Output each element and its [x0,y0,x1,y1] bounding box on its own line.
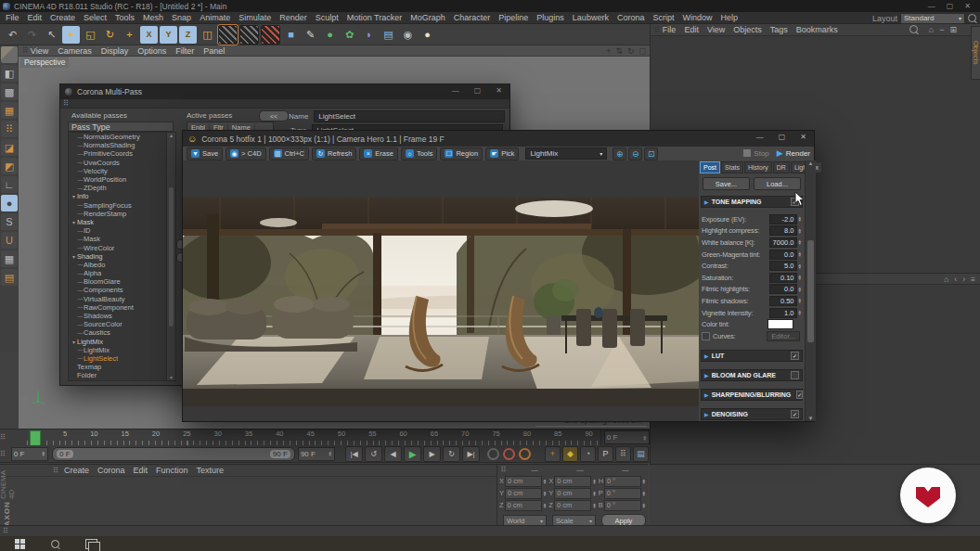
maximize-button[interactable]: ▢ [779,133,786,141]
record-position-icon[interactable] [503,448,515,460]
section-checkbox[interactable] [791,371,799,379]
tree-toggle-icon[interactable]: — [77,135,84,140]
tree-toggle-icon[interactable]: — [77,186,84,191]
field-value-input[interactable]: 0.0 [769,284,797,294]
menu-item[interactable]: Panel [203,46,225,56]
copy-button[interactable]: ▥Ctrl+C [269,147,309,160]
tree-toggle-icon[interactable]: — [77,314,84,319]
tools-button[interactable]: ☼Tools [401,147,438,160]
keyframe-selection-button[interactable]: ⠿ [615,446,631,462]
current-frame-field[interactable]: 0 F▲▼ [604,430,650,444]
dolly-view-icon[interactable]: ⇅ [615,46,623,56]
pass-item[interactable]: — ID [69,226,167,235]
stepper[interactable]: ▲▼ [798,251,802,257]
menu-item[interactable]: Snap [172,13,191,22]
tree-toggle-icon[interactable]: — [77,296,84,301]
tone-mapping-checkbox[interactable] [791,198,799,206]
add-deformer-icon[interactable]: ◗ [360,26,378,44]
history-back-icon[interactable]: ‹ [954,275,957,284]
pass-item[interactable]: — ZDepth [69,184,167,192]
section-checkbox[interactable] [791,410,799,418]
tree-toggle-icon[interactable]: — [77,151,84,157]
tree-toggle-icon[interactable]: ▾ [71,219,77,225]
add-camera-icon[interactable]: ◉ [399,26,417,44]
coord-value-field[interactable]: 0 ° [604,500,641,511]
maximize-button[interactable]: ▢ [947,2,954,10]
vfb-canvas[interactable] [183,160,699,421]
record-key-button[interactable]: ◆ [562,446,578,462]
scene-thumbnail[interactable] [1,46,18,63]
model-mode-icon[interactable]: ▩ [1,83,18,100]
expand-icon[interactable]: ⊞ [949,25,957,34]
goto-end-button[interactable]: ▶| [462,446,480,462]
menu-item[interactable]: Mesh [143,13,163,22]
add-generator-icon[interactable]: ● [321,26,339,44]
grip-icon[interactable]: ⠿ [654,26,659,34]
pan-view-icon[interactable]: + [606,46,611,56]
scroll-down-icon[interactable]: ▼ [169,375,174,380]
tree-toggle-icon[interactable]: — [77,168,84,173]
task-view-icon[interactable] [85,539,97,549]
render-button[interactable]: ▶Render [777,148,810,158]
magnet-snap-icon[interactable]: U [1,232,18,249]
menu-item[interactable]: Corona [97,466,125,475]
stepper[interactable]: ▲▼ [798,239,802,245]
pass-item[interactable]: ▾ Info [69,192,167,200]
viewport-solo-icon[interactable]: ● [1,195,18,211]
add-environment-icon[interactable]: ▤ [380,26,397,44]
pass-type-header[interactable]: Pass Type [68,122,174,132]
pass-item[interactable]: ▾ Mask [69,218,167,226]
history-fwd-icon[interactable]: › [962,275,965,284]
menu-item[interactable]: Texture [197,466,225,475]
menu-item[interactable]: MoGraph [410,13,445,22]
multipass-title-bar[interactable]: Corona Multi-Pass — ▢ ✕ [60,84,509,99]
scroll-down-icon[interactable]: ▼ [808,416,814,421]
stepper[interactable]: ▲▼ [798,310,802,315]
menu-item[interactable]: Filter [175,46,194,56]
undo-icon[interactable]: ↶ [4,26,21,44]
coord-value-field[interactable]: 0 ° [604,476,640,487]
timeline-ruler[interactable]: 051015202530354045505560657075808590 [27,429,601,445]
add-cube-icon[interactable]: ■ [282,26,300,44]
curves-checkbox[interactable] [702,332,710,340]
menu-item[interactable]: View [31,46,48,56]
menu-item[interactable]: Sculpt [316,13,339,22]
menu-item[interactable]: Animate [200,13,230,22]
menu-item[interactable]: Window [682,13,712,22]
close-button[interactable]: ✕ [496,86,502,95]
menu-item[interactable]: Function [156,466,188,475]
pass-name-input[interactable]: LightSelect [314,110,505,122]
tree-toggle-icon[interactable]: — [77,245,84,250]
grip-icon[interactable]: ⠿ [0,450,5,458]
redo-icon[interactable]: ↷ [23,26,41,44]
field-value-input[interactable]: 0.50 [769,296,797,306]
menu-item[interactable]: Bookmarks [796,25,838,34]
section-checkbox[interactable] [791,352,799,360]
pass-item[interactable]: — WireColor [69,243,167,251]
pass-item[interactable]: — RenderStamp [69,210,167,218]
render-settings-icon[interactable] [261,25,280,45]
pass-item[interactable]: — Albedo [69,261,167,269]
panel-scrollbar[interactable]: ▲▼ [805,160,816,421]
workplane-icon[interactable]: ▦ [1,250,18,267]
menu-item[interactable]: View [707,25,725,34]
stepper[interactable]: ▲▼ [798,216,802,222]
tree-toggle-icon[interactable]: — [77,347,84,352]
menu-item[interactable]: Help [720,13,738,22]
field-value-input[interactable]: 0.0 [769,250,797,260]
pass-item[interactable]: ▾ Shading [69,252,167,261]
coord-value-field[interactable]: 0 cm [554,500,591,511]
pass-item[interactable]: Folder [69,371,167,379]
pass-item[interactable]: — RawComponent [69,303,167,312]
record-disabled-icon[interactable] [487,448,499,460]
coord-value-field[interactable]: 0 cm [554,476,591,487]
coord-value-field[interactable]: 0 ° [604,488,641,499]
available-pass-list[interactable]: — NormalsGeometry — NormalsShading — Pri… [68,132,168,381]
range-end-field[interactable]: 90 F▲▼ [298,447,335,461]
pass-item[interactable]: — Components [69,286,167,294]
tone-mapping-header[interactable]: ▶ TONE MAPPING [701,196,803,208]
menu-item[interactable]: Tools [115,13,135,22]
curves-editor-button[interactable]: Editor... [767,331,800,341]
tree-toggle-icon[interactable]: ▾ [71,193,77,199]
section-checkbox[interactable] [796,391,803,399]
